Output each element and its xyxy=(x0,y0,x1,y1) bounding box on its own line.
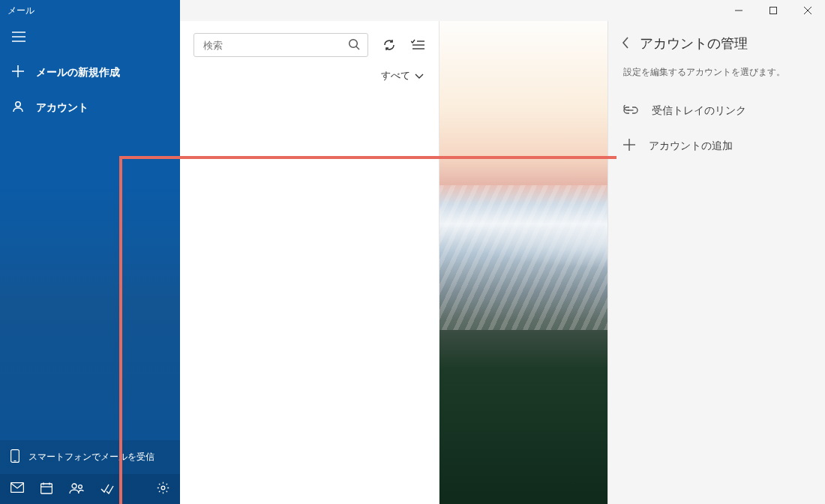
app-title: メール xyxy=(0,0,180,21)
search-icon[interactable] xyxy=(348,38,360,52)
sidebar-bottom-bar xyxy=(0,474,180,504)
navigation-sidebar: メールの新規作成 アカウント スマートフォンでメールを受信 xyxy=(0,0,180,504)
link-icon xyxy=(623,105,638,118)
settings-header: アカウントの管理 xyxy=(608,21,825,58)
link-inboxes-label: 受信トレイのリンク xyxy=(652,104,746,118)
annotation-line-horizontal xyxy=(119,156,616,159)
compose-mail-button[interactable]: メールの新規作成 xyxy=(0,55,180,90)
settings-description: 設定を編集するアカウントを選びます。 xyxy=(608,58,825,94)
minimize-button[interactable] xyxy=(722,0,756,21)
mobile-promo-label: スマートフォンでメールを受信 xyxy=(28,451,154,464)
settings-icon[interactable] xyxy=(157,482,170,496)
back-button[interactable] xyxy=(622,37,629,51)
accounts-label: アカウント xyxy=(36,101,88,115)
svg-point-17 xyxy=(72,484,76,488)
link-inboxes-item[interactable]: 受信トレイのリンク xyxy=(608,94,825,128)
svg-point-18 xyxy=(79,484,82,488)
window-controls xyxy=(180,0,825,21)
sidebar-spacer xyxy=(0,125,180,440)
close-button[interactable] xyxy=(790,0,825,21)
todo-icon[interactable] xyxy=(100,482,114,496)
svg-line-21 xyxy=(356,46,359,50)
plus-icon xyxy=(12,65,24,80)
search-box[interactable] xyxy=(194,33,368,57)
title-bar: メール xyxy=(0,0,825,21)
svg-rect-10 xyxy=(11,450,20,463)
mail-icon[interactable] xyxy=(10,482,24,496)
select-mode-button[interactable] xyxy=(410,39,425,51)
plus-icon xyxy=(623,139,635,153)
add-account-label: アカウントの追加 xyxy=(649,140,733,153)
message-list-pane: すべて xyxy=(180,21,440,504)
account-settings-panel: アカウントの管理 設定を編集するアカウントを選びます。 受信トレイのリンク アカ… xyxy=(608,21,825,504)
accounts-nav-item[interactable]: アカウント xyxy=(0,90,180,125)
settings-title: アカウントの管理 xyxy=(640,34,748,52)
svg-point-20 xyxy=(350,39,358,47)
chevron-down-icon xyxy=(415,70,424,82)
svg-point-19 xyxy=(161,486,165,490)
person-icon xyxy=(12,100,24,115)
maximize-button[interactable] xyxy=(756,0,790,21)
sync-button[interactable] xyxy=(382,38,397,52)
svg-rect-13 xyxy=(41,484,52,494)
filter-label: すべて xyxy=(381,69,410,82)
mobile-promo-item[interactable]: スマートフォンでメールを受信 xyxy=(0,440,180,474)
svg-rect-1 xyxy=(770,8,777,14)
svg-point-9 xyxy=(16,102,20,106)
calendar-icon[interactable] xyxy=(40,482,52,496)
phone-icon xyxy=(10,449,20,465)
search-input[interactable] xyxy=(202,39,348,52)
people-icon[interactable] xyxy=(69,482,84,496)
mail-app-window: メール メールの新規作成 アカウント xyxy=(0,0,825,504)
hamburger-button[interactable] xyxy=(0,21,180,55)
add-account-item[interactable]: アカウントの追加 xyxy=(608,128,825,164)
annotation-line-vertical xyxy=(119,156,122,504)
filter-dropdown[interactable]: すべて xyxy=(180,64,439,93)
list-toolbar xyxy=(180,21,439,64)
compose-label: メールの新規作成 xyxy=(36,66,120,80)
